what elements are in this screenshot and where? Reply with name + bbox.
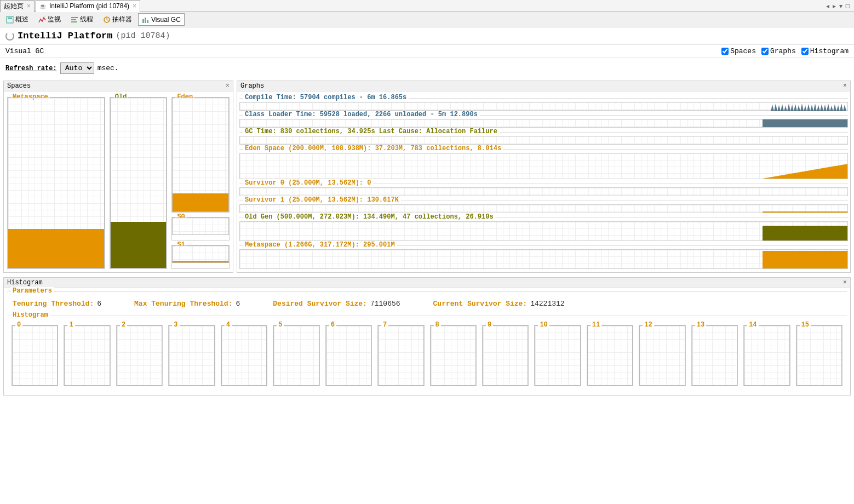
svg-rect-5 bbox=[71, 21, 77, 22]
overview-icon bbox=[6, 16, 14, 24]
checkbox-input[interactable] bbox=[721, 48, 729, 55]
tab-label: IntelliJ Platform (pid 10784) bbox=[49, 2, 129, 10]
eden-s-column: Eden S0 S1 bbox=[170, 96, 231, 270]
svg-rect-2 bbox=[8, 18, 12, 19]
bucket-box bbox=[692, 325, 737, 386]
tab-label: 起始页 bbox=[4, 2, 24, 11]
eden-title: Eden Space (200.000M, 108.938M): 37.203M… bbox=[243, 145, 503, 152]
bucket-box bbox=[431, 325, 476, 386]
refresh-rate-select[interactable]: Auto bbox=[60, 62, 94, 74]
refresh-unit: msec. bbox=[98, 64, 119, 72]
java-icon: ☕ bbox=[39, 2, 47, 10]
svg-marker-12 bbox=[763, 164, 847, 179]
bucket-box bbox=[483, 325, 528, 386]
bucket-label: 3 bbox=[172, 321, 179, 329]
graphs-panel: Graphs × Compile Time: 57904 compiles - … bbox=[237, 81, 851, 273]
close-icon[interactable]: × bbox=[226, 82, 230, 90]
current-survivor-size: Current Survivor Size:14221312 bbox=[433, 300, 565, 308]
spaces-checkbox[interactable]: Spaces bbox=[721, 47, 756, 55]
histogram-bucket: 4 bbox=[221, 325, 267, 386]
loading-icon bbox=[5, 32, 14, 41]
bucket-label: 8 bbox=[434, 321, 441, 329]
sampler-button[interactable]: 抽样器 bbox=[99, 13, 136, 26]
svg-line-8 bbox=[107, 20, 108, 21]
svg-rect-1 bbox=[7, 16, 13, 23]
editor-tabs: 起始页 × ☕ IntelliJ Platform (pid 10784) × … bbox=[0, 0, 854, 12]
tab-maximize-icon[interactable]: □ bbox=[846, 2, 850, 10]
app-title: IntelliJ Platform bbox=[18, 31, 112, 41]
monitor-icon bbox=[38, 16, 46, 24]
svg-rect-11 bbox=[147, 20, 148, 23]
old-column: Old bbox=[108, 96, 169, 270]
classloader-strip bbox=[239, 119, 848, 128]
button-label: Visual GC bbox=[151, 16, 181, 24]
svg-rect-4 bbox=[71, 19, 76, 20]
section-label: Visual GC bbox=[5, 47, 44, 55]
refresh-label: Refresh rate: bbox=[5, 65, 57, 72]
bucket-label: 6 bbox=[329, 321, 336, 329]
checkbox-input[interactable] bbox=[801, 48, 809, 55]
bucket-box bbox=[639, 325, 685, 386]
histogram-bucket: 8 bbox=[430, 325, 477, 386]
histogram-bucket: 5 bbox=[273, 325, 319, 386]
histogram-bucket: 14 bbox=[743, 325, 790, 386]
histogram-bucket: 12 bbox=[639, 325, 685, 386]
histogram-bucket: 9 bbox=[482, 325, 529, 386]
checkbox-input[interactable] bbox=[761, 48, 769, 55]
metaspace-strip bbox=[239, 249, 848, 269]
metaspace-column: Metaspace bbox=[6, 96, 106, 270]
monitor-button[interactable]: 监视 bbox=[35, 13, 65, 26]
bucket-label: 12 bbox=[643, 321, 654, 329]
bucket-label: 15 bbox=[800, 321, 811, 329]
s0-title: Survivor 0 (25.000M, 13.562M): 0 bbox=[243, 179, 373, 187]
max-tenuring-threshold: Max Tenuring Threshold:6 bbox=[134, 300, 240, 308]
graphs-checkbox[interactable]: Graphs bbox=[761, 47, 796, 55]
tab-list-icon[interactable]: ▾ bbox=[839, 2, 842, 10]
histogram-legend: Histogram bbox=[10, 311, 50, 319]
histogram-checkbox[interactable]: Histogram bbox=[801, 47, 849, 55]
tab-intellij-platform[interactable]: ☕ IntelliJ Platform (pid 10784) × bbox=[36, 0, 140, 12]
tab-prev-icon[interactable]: ◂ bbox=[826, 2, 829, 10]
histogram-bucket: 1 bbox=[64, 325, 110, 386]
spaces-panel: Spaces × Metaspace Old bbox=[3, 81, 233, 273]
bucket-box bbox=[117, 325, 162, 386]
desired-survivor-size: Desired Survivor Size:7110656 bbox=[273, 300, 400, 308]
bucket-box bbox=[12, 325, 58, 386]
svg-rect-9 bbox=[142, 19, 144, 23]
close-icon[interactable]: × bbox=[133, 2, 136, 10]
threads-button[interactable]: 线程 bbox=[67, 13, 97, 26]
old-fill bbox=[111, 222, 167, 268]
title-row: IntelliJ Platform (pid 10784) bbox=[0, 27, 854, 45]
overview-button[interactable]: 概述 bbox=[2, 13, 32, 26]
eden-strip bbox=[239, 153, 848, 179]
s0-strip bbox=[239, 187, 848, 196]
oldgen-strip bbox=[239, 221, 848, 241]
bucket-label: 9 bbox=[486, 321, 493, 329]
bucket-label: 2 bbox=[120, 321, 127, 329]
refresh-row: Refresh rate: Auto msec. bbox=[0, 58, 854, 78]
bucket-box bbox=[221, 325, 267, 386]
gc-strip bbox=[239, 136, 848, 145]
close-icon[interactable]: × bbox=[843, 279, 847, 287]
close-icon[interactable]: × bbox=[27, 2, 31, 10]
s1-title: Survivor 1 (25.000M, 13.562M): 130.617K bbox=[243, 196, 401, 204]
tab-next-icon[interactable]: ▸ bbox=[833, 2, 836, 10]
metaspace-fill bbox=[8, 229, 104, 268]
button-label: 概述 bbox=[15, 15, 28, 24]
s1-strip bbox=[239, 204, 848, 213]
visual-gc-button[interactable]: Visual GC bbox=[138, 13, 185, 26]
histogram-bucket: 0 bbox=[12, 325, 58, 386]
bucket-label: 5 bbox=[277, 321, 284, 329]
bucket-box bbox=[169, 325, 214, 386]
svg-text:☕: ☕ bbox=[39, 3, 47, 10]
parameters-legend: Parameters bbox=[10, 287, 54, 295]
tab-nav-controls: ◂ ▸ ▾ □ bbox=[826, 2, 854, 10]
eden-ramp-icon bbox=[763, 153, 847, 179]
bucket-box bbox=[326, 325, 371, 386]
bucket-label: 1 bbox=[67, 321, 74, 329]
tab-start-page[interactable]: 起始页 × bbox=[0, 0, 35, 12]
compile-strip bbox=[239, 102, 848, 111]
close-icon[interactable]: × bbox=[843, 82, 847, 90]
button-label: 抽样器 bbox=[112, 15, 132, 24]
bucket-label: 14 bbox=[747, 321, 758, 329]
